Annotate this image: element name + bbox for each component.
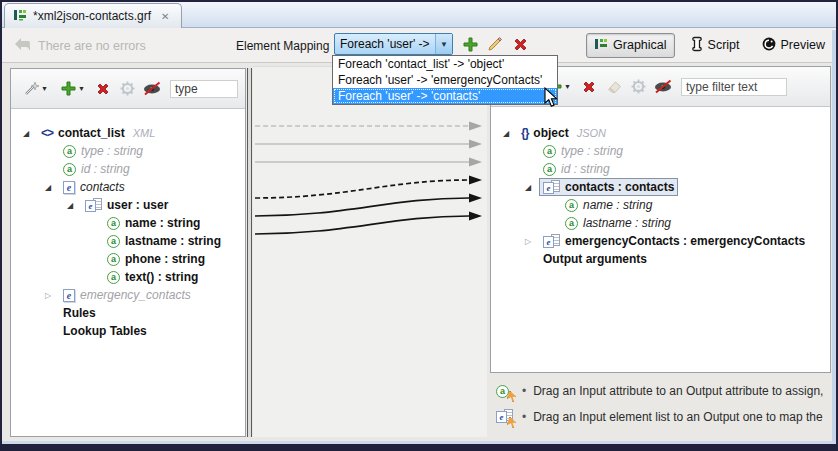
mapping-line[interactable] (255, 198, 469, 216)
graphical-view-button[interactable]: Graphical (586, 33, 675, 58)
add-mapping-button[interactable] (461, 35, 479, 53)
tree-node[interactable]: {}objectJSON (517, 124, 610, 142)
tree-node[interactable]: eemergency_contacts (59, 286, 195, 304)
settings-gear-icon[interactable] (631, 78, 646, 96)
tree-node[interactable]: alastname : string (561, 214, 675, 232)
tree-node[interactable]: atype : string (539, 142, 627, 160)
hide-unmapped-eye-icon[interactable] (654, 78, 673, 96)
tab-close-icon[interactable]: ✕ (161, 11, 169, 22)
tree-row[interactable]: ▷eemergency_contacts (11, 286, 245, 304)
dropdown-option[interactable]: Foreach 'contact_list' -> 'object' (333, 56, 557, 72)
script-view-button[interactable]: Script (683, 33, 747, 58)
tree-row[interactable]: aid : string (11, 160, 245, 178)
attribute-icon: a (543, 145, 556, 158)
expand-toggle-icon[interactable]: ◢ (23, 129, 37, 138)
edit-mapping-button[interactable] (486, 35, 504, 53)
add-node-dropdown-icon[interactable]: ▼ (564, 83, 572, 90)
expand-toggle-icon[interactable]: ◢ (67, 201, 81, 210)
tree-row[interactable]: atype : string (491, 142, 830, 160)
tree-row[interactable]: Output arguments (491, 250, 830, 268)
tree-row[interactable]: ◢euser : user (11, 196, 245, 214)
eraser-icon[interactable] (606, 78, 623, 96)
mapping-grid-icon (13, 8, 27, 25)
preview-view-button[interactable]: Preview (755, 34, 832, 57)
tree-node-label: Rules (63, 306, 96, 320)
tree-row[interactable]: aphone : string (11, 250, 245, 268)
expand-toggle-icon[interactable]: ◢ (45, 183, 59, 192)
input-tree-panel: ▼ ▼ ◢<>contact_listXMLatype : stringaid … (10, 68, 246, 437)
dropdown-option[interactable]: Foreach 'user' -> 'contacts' (333, 88, 557, 104)
dropdown-option[interactable]: Foreach 'user' -> 'emergencyContacts' (333, 72, 557, 88)
tree-row[interactable]: ▷eemergencyContacts : emergencyContacts (491, 232, 830, 250)
tree-row[interactable]: atype : string (11, 142, 245, 160)
tree-row[interactable]: atext() : string (11, 268, 245, 286)
output-filter-field[interactable] (681, 78, 787, 96)
tree-node[interactable]: aname : string (103, 214, 204, 232)
tree-node-label: emergency_contacts (80, 288, 191, 302)
tree-row[interactable]: ◢econtacts (11, 178, 245, 196)
tree-row[interactable]: alastname : string (11, 232, 245, 250)
tree-node[interactable]: aphone : string (103, 250, 209, 268)
tree-node[interactable]: aid : string (539, 160, 614, 178)
mapping-line[interactable] (255, 180, 469, 198)
element-mapping-combobox[interactable]: Foreach 'user' -> ▼ (334, 33, 453, 55)
status-text: There are no errors (38, 39, 146, 53)
mapping-canvas[interactable] (253, 66, 487, 437)
tree-node-type-suffix: XML (133, 127, 156, 139)
input-filter-field[interactable] (170, 80, 238, 98)
tree-node[interactable]: aname : string (561, 196, 656, 214)
tree-row[interactable]: ◢econtacts : contacts (491, 178, 830, 196)
tree-row[interactable]: Lookup Tables (11, 322, 245, 340)
expand-toggle-icon[interactable]: ◢ (525, 183, 539, 192)
mouse-cursor (544, 87, 558, 111)
tree-row[interactable]: alastname : string (491, 214, 830, 232)
element-mapping-label: Element Mapping (236, 39, 329, 53)
tree-row[interactable]: aid : string (491, 160, 830, 178)
expand-toggle-icon[interactable]: ▷ (525, 237, 539, 246)
attribute-drag-icon: a (496, 383, 515, 400)
tree-node[interactable]: aid : string (59, 160, 134, 178)
tree-node-selected[interactable]: econtacts : contacts (539, 178, 678, 196)
tree-node[interactable]: atype : string (59, 142, 147, 160)
tree-node[interactable]: atext() : string (103, 268, 202, 286)
tree-node[interactable]: Rules (59, 304, 100, 322)
settings-gear-icon[interactable] (120, 80, 135, 98)
expand-toggle-icon[interactable]: ◢ (503, 129, 517, 138)
combobox-value: Foreach 'user' -> (335, 37, 435, 51)
attribute-icon: a (565, 217, 578, 230)
tree-node[interactable]: eemergencyContacts : emergencyContacts (539, 232, 809, 250)
tree-node-label: type : string (81, 144, 143, 158)
tree-node[interactable]: euser : user (81, 196, 172, 214)
chevron-down-icon[interactable]: ▼ (435, 34, 452, 54)
hint-text: Drag an Input attribute to an Output att… (533, 384, 823, 398)
hide-unmapped-eye-icon[interactable] (143, 80, 162, 98)
mapping-line[interactable] (255, 216, 469, 234)
tree-node[interactable]: alastname : string (103, 232, 225, 250)
expand-toggle-icon[interactable]: ▷ (45, 291, 59, 300)
tree-node[interactable]: Output arguments (539, 250, 651, 268)
remove-node-button[interactable] (96, 80, 110, 98)
window-bottom-bar (0, 444, 838, 451)
attribute-icon: a (107, 271, 120, 284)
delete-mapping-button[interactable] (511, 35, 529, 53)
tree-row[interactable]: ◢{}objectJSON (491, 124, 830, 142)
tree-node-label: lastname : string (583, 216, 671, 230)
tree-row[interactable]: ◢<>contact_listXML (11, 124, 245, 142)
wand-dropdown-icon[interactable]: ▼ (41, 85, 49, 92)
add-node-button[interactable] (61, 80, 76, 98)
input-panel-toolbar: ▼ ▼ (11, 69, 245, 109)
tree-row[interactable]: Rules (11, 304, 245, 322)
panel-splitter[interactable] (247, 68, 252, 437)
tree-row[interactable]: aname : string (491, 196, 830, 214)
tree-row[interactable]: aname : string (11, 214, 245, 232)
tree-node-label: Output arguments (543, 252, 647, 266)
tree-node[interactable]: econtacts (59, 178, 129, 196)
add-node-dropdown-icon[interactable]: ▼ (78, 85, 86, 92)
tab-xml2json-contacts[interactable]: *xml2json-contacts.grf ✕ (4, 3, 182, 28)
auto-map-wand-icon[interactable] (23, 80, 39, 98)
attribute-icon: a (543, 163, 556, 176)
mapping-arrowhead (469, 176, 482, 185)
tree-node[interactable]: <>contact_listXML (37, 124, 159, 142)
tree-node[interactable]: Lookup Tables (59, 322, 151, 340)
remove-node-button[interactable] (582, 78, 596, 96)
